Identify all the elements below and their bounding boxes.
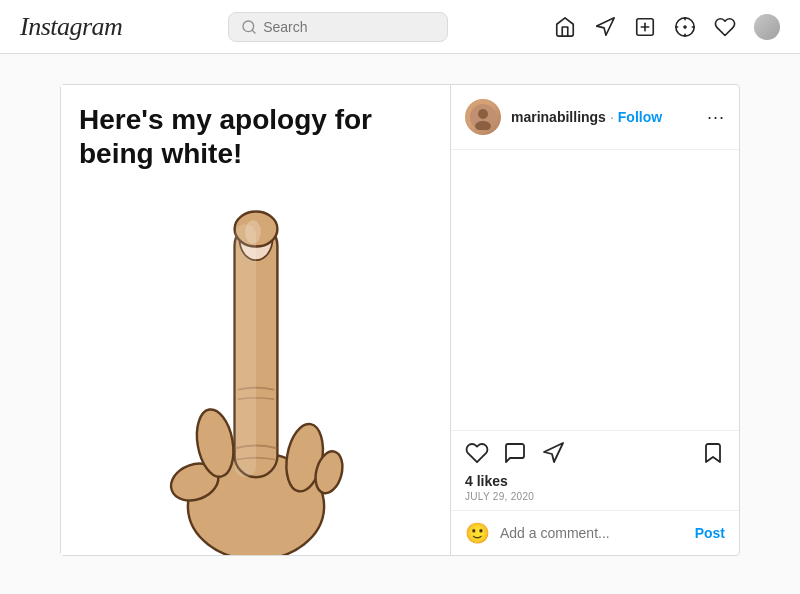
svg-marker-2 — [597, 17, 614, 34]
svg-point-7 — [684, 26, 686, 28]
likes-count: 4 likes — [465, 473, 725, 489]
avatar-image — [470, 104, 496, 130]
post-username[interactable]: marinabillings — [511, 109, 606, 125]
profile-avatar[interactable] — [754, 14, 780, 40]
post-card: Here's my apology for being white! — [60, 84, 740, 556]
new-post-icon[interactable] — [634, 16, 656, 38]
reels-icon[interactable] — [674, 16, 696, 38]
meme-finger-image — [79, 178, 432, 555]
comments-area — [451, 150, 739, 430]
add-comment-bar: 🙂 Post — [451, 510, 739, 555]
main-content: Here's my apology for being white! — [0, 54, 800, 586]
like-button[interactable] — [465, 441, 489, 465]
post-meta: 4 likes JULY 29, 2020 — [451, 469, 739, 510]
svg-point-6 — [676, 17, 694, 35]
post-date: JULY 29, 2020 — [465, 491, 725, 502]
post-header: marinabillings · Follow ··· — [451, 85, 739, 150]
share-button[interactable] — [541, 441, 565, 465]
post-info: marinabillings · Follow ··· — [451, 85, 739, 555]
meme-text: Here's my apology for being white! — [79, 103, 372, 170]
home-icon[interactable] — [554, 16, 576, 38]
emoji-button[interactable]: 🙂 — [465, 521, 490, 545]
svg-rect-21 — [234, 224, 255, 477]
post-actions — [451, 430, 739, 469]
follow-button[interactable]: Follow — [618, 109, 662, 125]
svg-point-23 — [478, 109, 488, 119]
more-options-button[interactable]: ··· — [707, 107, 725, 128]
svg-marker-25 — [544, 443, 563, 462]
search-input[interactable] — [263, 19, 435, 35]
follow-dot: · — [610, 109, 614, 125]
header-nav — [554, 14, 780, 40]
heart-icon[interactable] — [714, 16, 736, 38]
svg-line-1 — [252, 30, 255, 33]
search-icon — [241, 19, 257, 35]
comment-button[interactable] — [503, 441, 527, 465]
finger-illustration — [146, 195, 366, 555]
header: Instagram — [0, 0, 800, 54]
post-image: Here's my apology for being white! — [61, 85, 451, 555]
post-avatar[interactable] — [465, 99, 501, 135]
post-comment-button[interactable]: Post — [695, 525, 725, 541]
meme-content: Here's my apology for being white! — [61, 85, 450, 555]
bookmark-button[interactable] — [701, 441, 725, 465]
instagram-logo: Instagram — [20, 12, 122, 42]
comment-input[interactable] — [500, 525, 685, 541]
search-bar[interactable] — [228, 12, 448, 42]
explore-icon[interactable] — [594, 16, 616, 38]
